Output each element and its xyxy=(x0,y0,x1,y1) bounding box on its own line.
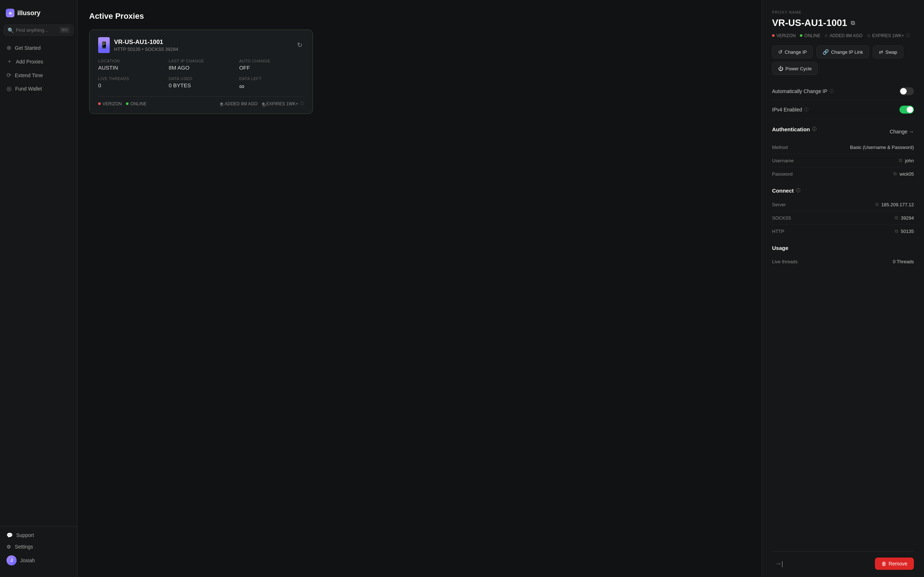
connect-section: Connect ⓘ Server ⧉ 185.209.177.12 SOCKS5… xyxy=(772,187,914,238)
auto-change-value: OFF xyxy=(239,64,304,71)
location-value: AUSTIN xyxy=(98,64,163,71)
swap-button[interactable]: ⇄ Swap xyxy=(873,45,903,58)
swap-icon: ⇄ xyxy=(879,49,883,55)
auth-method-row: Method Basic (Username & Password) xyxy=(772,141,914,154)
copy-password-icon[interactable]: ⧉ xyxy=(893,171,897,177)
toggle-knob xyxy=(900,88,907,95)
proxy-right-tags: © ADDED 8M AGO ◎ EXPIRES 1WK+ ⓘ xyxy=(220,101,304,106)
search-input[interactable] xyxy=(16,27,57,33)
usage-section: Usage Live threads 0 Threads xyxy=(772,245,914,268)
extend-time-icon: ⟳ xyxy=(6,72,11,79)
auth-title: Authentication ⓘ xyxy=(772,126,816,132)
main-content: Active Proxies 📱 VR-US-AU1-1001 HTTP 501… xyxy=(78,0,762,577)
added-dot: © xyxy=(220,102,223,105)
copy-server-icon[interactable]: ⧉ xyxy=(875,201,879,207)
user-profile[interactable]: J Josiah xyxy=(3,553,74,568)
proxy-card-header: 📱 VR-US-AU1-1001 HTTP 50135 • SOCKS5 392… xyxy=(98,37,304,53)
expires-label: EXPIRES 1WK+ xyxy=(267,102,298,106)
online-tag: ONLINE xyxy=(126,102,147,106)
ipv4-toggle[interactable] xyxy=(900,106,914,114)
search-shortcut: ⌘K xyxy=(60,27,69,33)
auth-method-value: Basic (Username & Password) xyxy=(850,145,914,150)
toggle-knob xyxy=(907,106,913,113)
fund-wallet-icon: ◎ xyxy=(6,85,11,92)
detail-verizon-label: VERIZON xyxy=(776,33,795,38)
detail-added-label: ADDED 8M AGO xyxy=(829,33,862,38)
sidebar-item-label: Extend Time xyxy=(15,73,43,78)
data-used-meta: DATA USED 0 BYTES xyxy=(168,76,233,90)
auth-username-row: Username ⧉ john xyxy=(772,154,914,167)
change-ip-button[interactable]: ↺ Change IP xyxy=(772,45,813,58)
verizon-tag: VERIZON xyxy=(98,102,122,106)
collapse-button[interactable]: →| xyxy=(772,559,786,569)
sidebar-item-fund-wallet[interactable]: ◎ Fund Wallet xyxy=(3,82,74,95)
auth-method-label: Method xyxy=(772,145,788,150)
connect-title: Connect ⓘ xyxy=(772,187,914,193)
copy-username-icon[interactable]: ⧉ xyxy=(899,158,902,163)
detail-online-label: ONLINE xyxy=(804,33,821,38)
search-icon: 🔍 xyxy=(8,27,14,33)
http-row: HTTP ⧉ 50135 xyxy=(772,225,914,238)
usage-title: Usage xyxy=(772,245,914,251)
online-label: ONLINE xyxy=(130,102,147,106)
detail-verizon-dot xyxy=(772,34,775,37)
data-used-value: 0 BYTES xyxy=(168,82,233,89)
detail-tags: VERIZON ONLINE © ADDED 8M AGO ◎ EXPIRES … xyxy=(772,33,914,38)
power-cycle-button[interactable]: ⏻ Power Cycle xyxy=(772,62,818,75)
refresh-button[interactable]: ↻ xyxy=(296,40,304,50)
sidebar-item-settings[interactable]: ⚙ Settings xyxy=(3,541,74,553)
sidebar-item-support[interactable]: 💬 Support xyxy=(3,529,74,541)
sidebar-item-get-started[interactable]: ⊕ Get Started xyxy=(3,42,74,54)
sidebar-item-add-proxies[interactable]: ＋ Add Proxies xyxy=(3,55,74,68)
layout: Active Proxies 📱 VR-US-AU1-1001 HTTP 501… xyxy=(78,0,924,577)
auth-password-value: ⧉ wick05 xyxy=(893,171,914,177)
data-left-label: DATA LEFT xyxy=(239,76,304,81)
http-label: HTTP xyxy=(772,229,784,234)
remove-button[interactable]: 🗑 Remove xyxy=(875,558,914,570)
sidebar-item-extend-time[interactable]: ⟳ Extend Time xyxy=(3,69,74,82)
change-ip-link-button[interactable]: 🔗 Change IP Link xyxy=(816,45,869,58)
verizon-label: VERIZON xyxy=(102,102,122,106)
live-threads-value: 0 xyxy=(98,82,163,89)
auto-change-ip-label: Automatically Change IP ⓘ xyxy=(772,89,834,95)
detail-actions: ↺ Change IP 🔗 Change IP Link ⇄ Swap ⏻ Po… xyxy=(772,45,914,75)
http-value: ⧉ 50135 xyxy=(895,228,914,234)
server-row: Server ⧉ 185.209.177.12 xyxy=(772,198,914,211)
sidebar-nav: ⊕ Get Started ＋ Add Proxies ⟳ Extend Tim… xyxy=(0,42,77,523)
location-meta: LOCATION AUSTIN xyxy=(98,59,163,71)
added-label: ADDED 8M AGO xyxy=(225,102,257,106)
copy-http-icon[interactable]: ⧉ xyxy=(895,228,898,234)
auto-change-ip-toggle[interactable] xyxy=(900,87,914,95)
detail-panel: PROXY NAME VR-US-AU1-1001 ⧉ VERIZON ONLI… xyxy=(762,0,924,577)
live-threads-label: Live threads xyxy=(772,259,798,264)
data-left-value: ∞ xyxy=(239,82,304,90)
search-bar[interactable]: 🔍 ⌘K xyxy=(3,24,74,36)
link-icon: 🔗 xyxy=(822,49,829,55)
support-icon: 💬 xyxy=(6,532,13,538)
sidebar: ◆ illusory 🔍 ⌘K ⊕ Get Started ＋ Add Prox… xyxy=(0,0,78,577)
detail-online-tag: ONLINE xyxy=(800,33,821,38)
add-proxies-icon: ＋ xyxy=(6,58,12,65)
auto-change-meta: AUTO CHANGE OFF xyxy=(239,59,304,71)
location-label: LOCATION xyxy=(98,59,163,63)
change-ip-icon: ↺ xyxy=(778,49,782,55)
detail-section-label: PROXY NAME xyxy=(772,10,914,15)
auth-info-icon: ⓘ xyxy=(812,126,816,132)
copy-socks5-icon[interactable]: ⧉ xyxy=(895,215,898,221)
auth-change-link[interactable]: Change → xyxy=(890,129,914,134)
socks5-label: SOCKS5 xyxy=(772,215,791,221)
avatar: J xyxy=(6,555,16,566)
online-dot xyxy=(126,102,129,105)
auto-change-info-icon: ⓘ xyxy=(829,89,834,95)
auth-username-value: ⧉ john xyxy=(899,158,914,163)
sidebar-item-label: Get Started xyxy=(15,45,41,51)
copy-proxy-name-icon[interactable]: ⧉ xyxy=(851,20,855,26)
detail-online-dot xyxy=(800,34,802,37)
proxy-flag: 📱 xyxy=(98,37,110,53)
proxy-card: 📱 VR-US-AU1-1001 HTTP 50135 • SOCKS5 392… xyxy=(89,29,313,114)
sidebar-item-label: Settings xyxy=(15,544,33,550)
live-threads-row: Live threads 0 Threads xyxy=(772,255,914,268)
data-left-meta: DATA LEFT ∞ xyxy=(239,76,304,90)
auto-change-ip-row: Automatically Change IP ⓘ xyxy=(772,82,914,101)
data-used-label: DATA USED xyxy=(168,76,233,81)
